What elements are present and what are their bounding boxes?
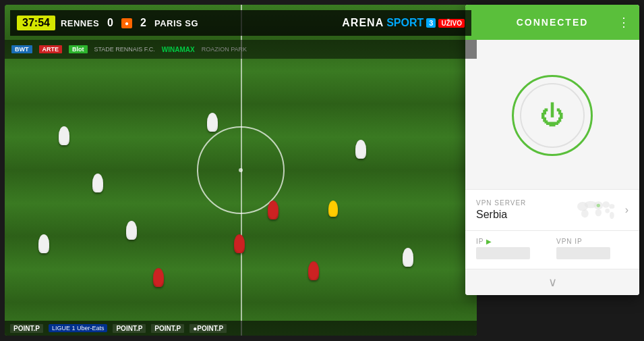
ad-item: BWT (11, 45, 32, 53)
vpn-server-name: Serbia (476, 209, 573, 221)
svg-point-6 (581, 209, 589, 217)
vpn-ip-group: VPN IP (556, 238, 628, 262)
home-team: RENNES (61, 18, 99, 28)
away-score: 2 (140, 17, 146, 29)
league-badge: ● (121, 18, 132, 28)
ad-winamax: WINAMAX (162, 46, 195, 53)
power-button[interactable]: ⏻ (512, 75, 593, 156)
live-badge: UŽIVO (438, 19, 465, 28)
player (207, 113, 218, 132)
ad-item: ARTE (39, 45, 63, 53)
ad-logo-bwt: BWT (11, 45, 32, 53)
svg-point-5 (609, 204, 614, 209)
player (355, 140, 366, 159)
video-section: 37:54 RENNES 0 ● 2 PARIS SG ARENA SPORT … (5, 5, 477, 336)
referee (328, 201, 338, 217)
ad-logo-arte: ARTE (39, 45, 63, 53)
score-bar: 37:54 RENNES 0 ● 2 PARIS SG ARENA SPORT … (10, 10, 471, 36)
svg-point-9 (610, 212, 614, 219)
svg-point-10 (596, 204, 599, 207)
vpn-server-label: VPN SERVER (476, 199, 573, 207)
player (308, 261, 319, 280)
svg-point-7 (595, 209, 601, 217)
vpn-bottom-chevron[interactable]: ∨ (465, 269, 639, 295)
ip-arrow-icon: ▶ (486, 238, 492, 245)
power-button-inner: ⏻ (520, 83, 585, 148)
channel-logo: ARENA SPORT 3 UŽIVO (342, 17, 465, 29)
player (268, 201, 279, 219)
player (153, 268, 164, 287)
vpn-panel: CONNECTED ⋮ ⏻ VPN SERVER Serbia (465, 5, 639, 295)
vpn-power-section: ⏻ (465, 40, 639, 184)
vpn-ip-section: IP ▶ VPN IP (465, 231, 639, 269)
player (59, 126, 69, 145)
ad-blot: Blot (69, 45, 88, 53)
world-map (573, 196, 620, 224)
ip-group: IP ▶ (476, 238, 548, 262)
home-score: 0 (107, 17, 113, 29)
svg-point-4 (602, 201, 610, 207)
pointp-ad-3: POINT.P (151, 324, 184, 333)
ip-label: IP ▶ (476, 238, 548, 245)
vpn-ip-value (556, 247, 610, 259)
vpn-server-section[interactable]: VPN SERVER Serbia › (465, 189, 639, 231)
chevron-down-icon: ∨ (548, 275, 557, 290)
player (126, 221, 137, 240)
ad-roazion: ROAZION PARK (202, 46, 247, 53)
player (234, 234, 245, 253)
pointp-ad: POINT.P (10, 324, 43, 333)
channel-number: 3 (426, 18, 436, 28)
player (92, 174, 103, 192)
sport-text: SPORT (386, 17, 423, 29)
player (403, 248, 413, 267)
svg-point-8 (605, 209, 610, 213)
bottom-ad-strip: POINT.P LIGUE 1 Uber-Eats POINT.P POINT.… (5, 321, 477, 336)
ad-banner: BWT ARTE Blot STADE RENNAIS F.C. WINAMAX… (5, 40, 477, 59)
arena-text: ARENA (342, 17, 384, 29)
ip-value (476, 247, 530, 259)
player (38, 234, 49, 253)
ligue1-badge: LIGUE 1 Uber-Eats (49, 324, 108, 332)
vpn-menu-icon[interactable]: ⋮ (618, 16, 630, 28)
ad-stade: STADE RENNAIS F.C. (94, 46, 155, 53)
pointp-ad-2: POINT.P (113, 324, 146, 333)
center-dot (239, 168, 243, 172)
main-container: 37:54 RENNES 0 ● 2 PARIS SG ARENA SPORT … (0, 0, 644, 341)
pointp-ad-4: ●POINT.P (189, 324, 227, 333)
vpn-header: CONNECTED ⋮ (465, 5, 639, 40)
server-chevron-icon: › (625, 204, 628, 216)
power-icon: ⏻ (540, 103, 564, 128)
match-timer: 37:54 (17, 16, 55, 30)
vpn-ip-label: VPN IP (556, 238, 628, 245)
vpn-server-info: VPN SERVER Serbia (476, 199, 573, 221)
away-team: PARIS SG (154, 18, 198, 28)
vpn-status: CONNECTED (517, 17, 589, 28)
